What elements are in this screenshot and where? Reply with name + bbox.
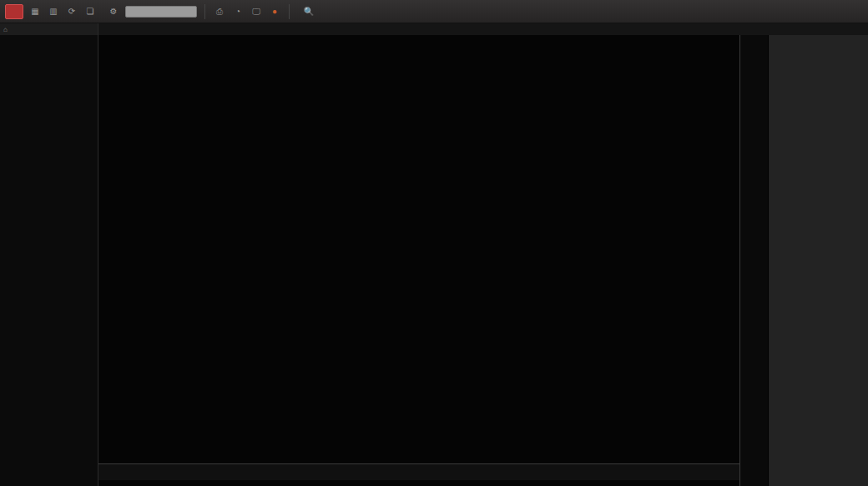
app-logo[interactable] bbox=[5, 4, 23, 19]
gear-icon[interactable]: ⚙ bbox=[107, 5, 120, 18]
toolbar-divider bbox=[204, 4, 205, 19]
time-axis[interactable] bbox=[98, 463, 739, 480]
chart-grid-icon[interactable]: ▥ bbox=[47, 5, 60, 18]
symbol-search-input[interactable] bbox=[125, 6, 197, 18]
monitor-icon[interactable]: 🖵 bbox=[250, 5, 263, 18]
main-area bbox=[0, 35, 868, 486]
record-icon[interactable]: ● bbox=[268, 5, 281, 18]
price-chart[interactable] bbox=[98, 35, 739, 463]
right-side-panel bbox=[768, 35, 868, 486]
refresh-icon[interactable]: ⟳ bbox=[65, 5, 78, 18]
search-icon[interactable]: 🔍 bbox=[302, 5, 315, 18]
data-window-panel bbox=[0, 35, 98, 486]
price-axis[interactable] bbox=[739, 35, 768, 486]
clock-icon[interactable]: ◔ bbox=[231, 5, 245, 18]
chart-column bbox=[98, 35, 739, 486]
top-toolbar: ▦ ▥ ⟳ ❏ ⚙ ⎙ ◔ 🖵 ● 🔍 bbox=[0, 0, 868, 23]
data-window-header[interactable]: ⌂ bbox=[0, 23, 98, 35]
new-order-icon[interactable]: ▦ bbox=[28, 5, 42, 18]
toolbar-divider bbox=[289, 4, 290, 19]
tab-strip: ⌂ bbox=[0, 23, 868, 35]
print-icon[interactable]: ⎙ bbox=[213, 5, 226, 18]
home-icon: ⌂ bbox=[3, 26, 8, 33]
layers-icon[interactable]: ❏ bbox=[83, 5, 97, 18]
